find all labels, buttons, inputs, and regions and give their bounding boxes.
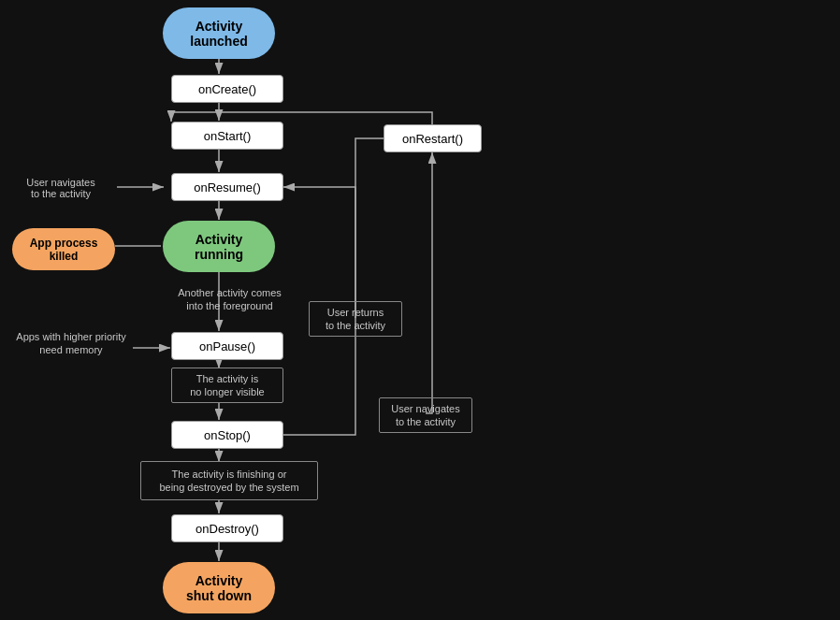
activity-finishing-label: The activity is finishing orbeing destro… bbox=[140, 461, 318, 500]
user-navigates-top-label: User navigatesto the activity bbox=[9, 171, 112, 204]
app-process-killed-label: App processkilled bbox=[30, 237, 98, 263]
activity-shut-down-label: Activityshut down bbox=[186, 573, 252, 603]
on-start-label: onStart() bbox=[204, 129, 252, 143]
on-resume-node: onResume() bbox=[171, 173, 283, 201]
on-destroy-label: onDestroy() bbox=[196, 522, 259, 536]
activity-launched-node: Activitylaunched bbox=[163, 7, 275, 59]
user-navigates-bottom-label: User navigatesto the activity bbox=[379, 397, 472, 433]
on-stop-label: onStop() bbox=[204, 428, 251, 442]
on-destroy-node: onDestroy() bbox=[171, 514, 283, 542]
on-start-node: onStart() bbox=[171, 122, 283, 150]
activity-launched-label: Activitylaunched bbox=[190, 19, 247, 49]
on-pause-node: onPause() bbox=[171, 332, 283, 360]
app-process-killed-node: App processkilled bbox=[12, 228, 115, 270]
apps-priority-label: Apps with higher priorityneed memory bbox=[2, 325, 140, 361]
activity-no-longer-visible-label: The activity isno longer visible bbox=[171, 368, 283, 403]
user-returns-label: User returnsto the activity bbox=[309, 301, 402, 337]
on-create-label: onCreate() bbox=[198, 82, 256, 96]
activity-shut-down-node: Activityshut down bbox=[163, 562, 275, 613]
on-stop-node: onStop() bbox=[171, 421, 283, 449]
on-restart-label: onRestart() bbox=[402, 132, 463, 146]
activity-running-label: Activityrunning bbox=[195, 232, 243, 262]
on-resume-label: onResume() bbox=[194, 180, 261, 195]
activity-running-node: Activityrunning bbox=[163, 221, 275, 272]
on-create-node: onCreate() bbox=[171, 75, 283, 103]
arrows-svg bbox=[0, 0, 840, 620]
on-pause-label: onPause() bbox=[199, 339, 255, 353]
on-restart-node: onRestart() bbox=[384, 124, 482, 152]
another-activity-label: Another activity comesinto the foregroun… bbox=[171, 281, 288, 318]
diagram-container: Activitylaunched onCreate() onStart() on… bbox=[0, 0, 840, 620]
